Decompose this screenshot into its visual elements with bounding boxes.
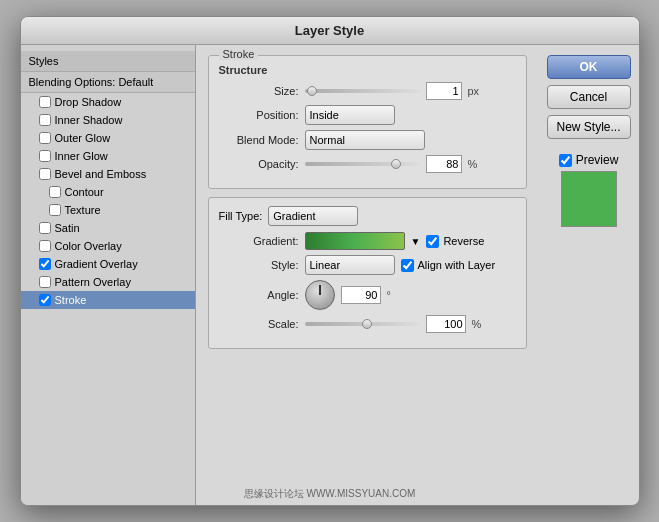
position-label: Position: [219,109,299,121]
sidebar-item-label-gradient-overlay: Gradient Overlay [55,258,138,270]
scale-row: Scale: % [219,315,516,333]
sidebar-item-contour[interactable]: Contour [21,183,195,201]
scale-unit: % [472,318,482,330]
sidebar-item-label-bevel-emboss: Bevel and Emboss [55,168,147,180]
align-row: Align with Layer [401,259,496,272]
preview-checkbox[interactable] [559,154,572,167]
sidebar-item-label-outer-glow: Outer Glow [55,132,111,144]
new-style-button[interactable]: New Style... [547,115,631,139]
checkbox-stroke[interactable] [39,294,51,306]
preview-area: Preview [559,153,619,227]
align-label: Align with Layer [418,259,496,271]
position-row: Position: Inside Outside Center [219,105,516,125]
sidebar-item-inner-glow[interactable]: Inner Glow [21,147,195,165]
sidebar-item-label-drop-shadow: Drop Shadow [55,96,122,108]
sidebar-item-bevel-emboss[interactable]: Bevel and Emboss [21,165,195,183]
angle-row: Angle: ° [219,280,516,310]
checkbox-gradient-overlay[interactable] [39,258,51,270]
preview-checkbox-row: Preview [559,153,619,167]
fill-type-label: Fill Type: [219,210,263,222]
stroke-section-label: Stroke [219,48,259,60]
blend-mode-label: Blend Mode: [219,134,299,146]
sidebar-item-drop-shadow[interactable]: Drop Shadow [21,93,195,111]
blend-mode-select-wrapper: Normal Multiply Screen [305,130,425,150]
size-input[interactable] [426,82,462,100]
sidebar-item-inner-shadow[interactable]: Inner Shadow [21,111,195,129]
reverse-row: Reverse [426,235,484,248]
gradient-label: Gradient: [219,235,299,247]
checkbox-inner-shadow[interactable] [39,114,51,126]
opacity-row: Opacity: % [219,155,516,173]
fill-section: Fill Type: Gradient Color Pattern Gradie… [208,197,527,349]
sidebar-item-label-inner-shadow: Inner Shadow [55,114,123,126]
sidebar-item-label-stroke: Stroke [55,294,87,306]
opacity-input[interactable] [426,155,462,173]
checkbox-bevel-emboss[interactable] [39,168,51,180]
angle-input[interactable] [341,286,381,304]
sidebar-item-satin[interactable]: Satin [21,219,195,237]
scale-slider[interactable] [305,322,420,326]
fill-type-select[interactable]: Gradient Color Pattern [268,206,358,226]
sidebar-item-label-satin: Satin [55,222,80,234]
angle-dial[interactable] [305,280,335,310]
checkbox-outer-glow[interactable] [39,132,51,144]
sidebar-item-label-texture: Texture [65,204,101,216]
checkbox-inner-glow[interactable] [39,150,51,162]
sidebar-item-stroke[interactable]: Stroke [21,291,195,309]
reverse-checkbox[interactable] [426,235,439,248]
watermark: 思缘设计论坛 WWW.MISSYUAN.COM [244,487,416,501]
scale-input[interactable] [426,315,466,333]
opacity-slider[interactable] [305,162,420,166]
checkbox-texture[interactable] [49,204,61,216]
main-panel: Stroke Structure Size: px Position: [196,45,539,505]
left-panel: Styles Blending Options: Default Drop Sh… [21,45,196,505]
sidebar-item-label-pattern-overlay: Pattern Overlay [55,276,131,288]
gradient-bar[interactable] [305,232,405,250]
opacity-label: Opacity: [219,158,299,170]
sidebar-item-texture[interactable]: Texture [21,201,195,219]
size-row: Size: px [219,82,516,100]
sidebar-item-label-color-overlay: Color Overlay [55,240,122,252]
sidebar-item-label-contour: Contour [65,186,104,198]
scale-label: Scale: [219,318,299,330]
size-unit: px [468,85,480,97]
style-select-wrapper: Linear Radial Angle Reflected Diamond [305,255,395,275]
angle-unit: ° [387,289,391,301]
reverse-label: Reverse [443,235,484,247]
blend-mode-row: Blend Mode: Normal Multiply Screen [219,130,516,150]
preview-box [561,171,617,227]
preview-label: Preview [576,153,619,167]
styles-header[interactable]: Styles [21,51,195,72]
checkbox-color-overlay[interactable] [39,240,51,252]
gradient-arrow[interactable]: ▼ [411,236,421,247]
position-select-wrapper: Inside Outside Center [305,105,395,125]
checkbox-contour[interactable] [49,186,61,198]
style-row: Style: Linear Radial Angle Reflected Dia… [219,255,516,275]
style-label: Style: [219,259,299,271]
gradient-row: Gradient: ▼ Reverse [219,232,516,250]
style-select[interactable]: Linear Radial Angle Reflected Diamond [305,255,395,275]
align-checkbox[interactable] [401,259,414,272]
blending-options-item[interactable]: Blending Options: Default [21,72,195,93]
checkbox-satin[interactable] [39,222,51,234]
layer-style-dialog: Layer Style Styles Blending Options: Def… [20,16,640,506]
size-slider[interactable] [305,89,420,93]
sidebar-item-color-overlay[interactable]: Color Overlay [21,237,195,255]
cancel-button[interactable]: Cancel [547,85,631,109]
fill-type-select-wrapper: Gradient Color Pattern [268,206,358,226]
structure-label: Structure [219,64,516,76]
checkbox-drop-shadow[interactable] [39,96,51,108]
sidebar-item-pattern-overlay[interactable]: Pattern Overlay [21,273,195,291]
fill-type-row: Fill Type: Gradient Color Pattern [219,206,516,226]
stroke-section: Stroke Structure Size: px Position: [208,55,527,189]
sidebar-item-outer-glow[interactable]: Outer Glow [21,129,195,147]
angle-label: Angle: [219,289,299,301]
position-select[interactable]: Inside Outside Center [305,105,395,125]
opacity-unit: % [468,158,478,170]
checkbox-pattern-overlay[interactable] [39,276,51,288]
buttons-panel: OK Cancel New Style... Preview [539,45,639,505]
sidebar-item-gradient-overlay[interactable]: Gradient Overlay [21,255,195,273]
ok-button[interactable]: OK [547,55,631,79]
dialog-title: Layer Style [21,17,639,45]
blend-mode-select[interactable]: Normal Multiply Screen [305,130,425,150]
